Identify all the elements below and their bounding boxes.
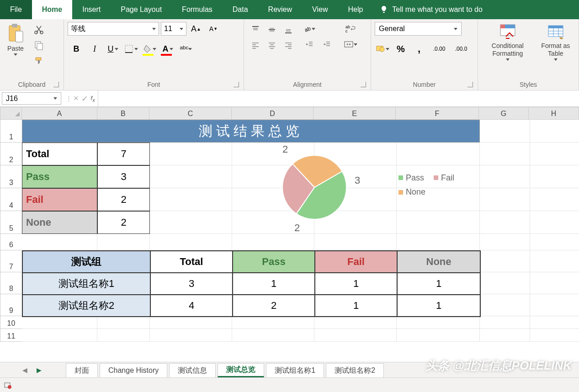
sheet-title[interactable]: 测试结果总览: [22, 120, 480, 143]
cell-total-value[interactable]: 7: [97, 143, 150, 165]
row-header-10[interactable]: 10: [0, 316, 22, 329]
col-header-D[interactable]: D: [232, 107, 314, 120]
align-bottom-button[interactable]: [281, 23, 296, 37]
tab-page-layout[interactable]: Page Layout: [111, 0, 172, 19]
header-total[interactable]: Total: [150, 251, 233, 273]
cell-none-value[interactable]: 2: [97, 211, 150, 234]
sheet-tab-测试组名称2[interactable]: 测试组名称2: [326, 363, 384, 377]
cell-total-label[interactable]: Total: [22, 143, 97, 165]
col-header-A[interactable]: A: [22, 107, 97, 120]
nav-next-icon[interactable]: ▶: [37, 366, 42, 374]
name-box[interactable]: J16: [2, 92, 61, 105]
cut-button[interactable]: [31, 23, 47, 37]
dialog-launcher-icon[interactable]: [53, 82, 59, 87]
align-middle-button[interactable]: [264, 23, 280, 37]
conditional-formatting-button[interactable]: Conditional Formatting: [482, 22, 534, 62]
align-right-button[interactable]: [281, 38, 296, 52]
format-painter-button[interactable]: [31, 54, 47, 68]
decrease-indent-button[interactable]: [302, 37, 317, 51]
align-center-button[interactable]: [264, 38, 280, 52]
fill-color-button[interactable]: [141, 41, 158, 57]
cell-fail-label[interactable]: Fail: [22, 188, 97, 211]
font-name-combo[interactable]: 等线: [68, 22, 159, 36]
format-as-table-button[interactable]: Format as Table: [537, 22, 575, 62]
increase-indent-button[interactable]: [319, 37, 335, 51]
nav-prev-icon[interactable]: ◀: [22, 366, 27, 374]
cell-none-label[interactable]: None: [22, 211, 97, 234]
header-group[interactable]: 测试组: [22, 251, 150, 273]
italic-button[interactable]: I: [86, 41, 103, 57]
sheet-tab-测试信息[interactable]: 测试信息: [169, 363, 216, 377]
tab-view[interactable]: View: [302, 0, 338, 19]
font-size-combo[interactable]: 11: [161, 22, 186, 36]
tab-data[interactable]: Data: [223, 0, 258, 19]
col-header-E[interactable]: E: [313, 107, 396, 120]
cancel-icon[interactable]: ×: [74, 94, 79, 103]
row-header-3[interactable]: 3: [0, 165, 22, 188]
dialog-launcher-icon[interactable]: [234, 82, 239, 87]
cell-group1-none[interactable]: 1: [397, 273, 480, 295]
sheet-tab-封面[interactable]: 封面: [66, 363, 98, 377]
cell-group2-fail[interactable]: 1: [315, 295, 397, 317]
wrap-text-button[interactable]: abc: [340, 22, 361, 36]
underline-button[interactable]: U: [104, 41, 122, 57]
accounting-button[interactable]: [375, 42, 390, 56]
cell-fail-value[interactable]: 2: [97, 188, 150, 211]
col-header-G[interactable]: G: [479, 107, 529, 120]
row-header-7[interactable]: 7: [0, 250, 22, 272]
cell-group2-none[interactable]: 1: [397, 295, 480, 317]
decrease-decimal-button[interactable]: .00.0: [452, 42, 471, 56]
number-format-combo[interactable]: General: [375, 22, 462, 36]
row-header-6[interactable]: 6: [0, 234, 22, 250]
enter-icon[interactable]: ✓: [81, 94, 88, 104]
tab-home[interactable]: Home: [32, 0, 72, 19]
row-header-1[interactable]: 1: [0, 120, 22, 143]
row-header-2[interactable]: 2: [0, 143, 22, 165]
dialog-launcher-icon[interactable]: [361, 82, 366, 87]
fx-icon[interactable]: fx: [91, 95, 95, 103]
tab-formulas[interactable]: Formulas: [172, 0, 223, 19]
tab-help[interactable]: Help: [338, 0, 373, 19]
row-header-8[interactable]: 8: [0, 272, 22, 294]
col-header-B[interactable]: B: [97, 107, 150, 120]
tab-file[interactable]: File: [0, 0, 32, 19]
sheet-nav-arrows[interactable]: ◀▶: [0, 362, 64, 377]
grow-font-button[interactable]: A▲: [188, 22, 204, 36]
cell-group2-name[interactable]: 测试组名称2: [22, 295, 150, 317]
cell-group1-total[interactable]: 3: [150, 273, 233, 295]
shrink-font-button[interactable]: A▼: [206, 22, 221, 36]
cell-group1-fail[interactable]: 1: [315, 273, 397, 295]
tab-review[interactable]: Review: [258, 0, 302, 19]
col-header-H[interactable]: H: [529, 107, 579, 120]
sheet-tab-测试总览[interactable]: 测试总览: [218, 363, 264, 377]
formula-input[interactable]: [98, 90, 579, 106]
cell-group1-pass[interactable]: 1: [233, 273, 315, 295]
phonetic-button[interactable]: abc: [177, 41, 195, 57]
header-none[interactable]: None: [397, 251, 480, 273]
row-header-5[interactable]: 5: [0, 211, 22, 234]
font-color-button[interactable]: A: [159, 41, 176, 57]
select-all-corner[interactable]: ◢: [0, 107, 22, 120]
tell-me-search[interactable]: Tell me what you want to do: [373, 0, 489, 19]
align-left-button[interactable]: [248, 38, 263, 52]
increase-decimal-button[interactable]: .0.00: [430, 42, 449, 56]
header-fail[interactable]: Fail: [315, 251, 397, 273]
merge-button[interactable]: [340, 37, 361, 51]
row-header-11[interactable]: 11: [0, 329, 22, 342]
col-header-C[interactable]: C: [149, 107, 232, 120]
copy-button[interactable]: [31, 38, 47, 52]
comma-button[interactable]: ,: [411, 42, 427, 56]
record-macro-icon[interactable]: [4, 381, 12, 389]
borders-button[interactable]: [122, 41, 140, 57]
worksheet-area[interactable]: ◢ ABCDEFGH 1234567891011 测试结果总览 Total7 P…: [0, 107, 579, 351]
sheet-tab-测试组名称1[interactable]: 测试组名称1: [266, 363, 324, 377]
cell-pass-value[interactable]: 3: [97, 165, 150, 188]
sheet-tab-Change History[interactable]: Change History: [100, 363, 167, 377]
cell-pass-label[interactable]: Pass: [22, 165, 97, 188]
tab-insert[interactable]: Insert: [72, 0, 111, 19]
header-pass[interactable]: Pass: [233, 251, 315, 273]
pie-chart[interactable]: 3 2 2 Pass Fail None: [150, 143, 480, 236]
paste-button[interactable]: Paste: [4, 22, 27, 57]
cell-group2-pass[interactable]: 2: [233, 295, 315, 317]
orientation-button[interactable]: ab: [302, 22, 317, 36]
